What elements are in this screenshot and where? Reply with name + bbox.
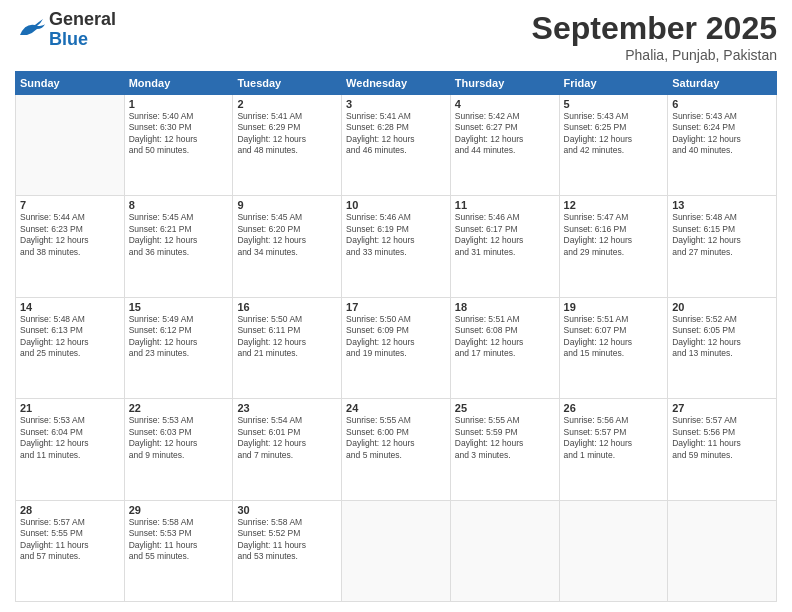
day-number: 27 <box>672 402 772 414</box>
table-row: 28Sunrise: 5:57 AM Sunset: 5:55 PM Dayli… <box>16 500 125 601</box>
col-friday: Friday <box>559 72 668 95</box>
table-row: 12Sunrise: 5:47 AM Sunset: 6:16 PM Dayli… <box>559 196 668 297</box>
calendar-week-row: 7Sunrise: 5:44 AM Sunset: 6:23 PM Daylig… <box>16 196 777 297</box>
header: General Blue September 2025 Phalia, Punj… <box>15 10 777 63</box>
day-number: 24 <box>346 402 446 414</box>
location-title: Phalia, Punjab, Pakistan <box>532 47 777 63</box>
day-info: Sunrise: 5:58 AM Sunset: 5:53 PM Dayligh… <box>129 517 229 563</box>
day-number: 15 <box>129 301 229 313</box>
day-info: Sunrise: 5:56 AM Sunset: 5:57 PM Dayligh… <box>564 415 664 461</box>
table-row: 5Sunrise: 5:43 AM Sunset: 6:25 PM Daylig… <box>559 95 668 196</box>
table-row: 26Sunrise: 5:56 AM Sunset: 5:57 PM Dayli… <box>559 399 668 500</box>
table-row <box>450 500 559 601</box>
day-number: 19 <box>564 301 664 313</box>
calendar-week-row: 14Sunrise: 5:48 AM Sunset: 6:13 PM Dayli… <box>16 297 777 398</box>
day-info: Sunrise: 5:58 AM Sunset: 5:52 PM Dayligh… <box>237 517 337 563</box>
day-number: 5 <box>564 98 664 110</box>
table-row <box>559 500 668 601</box>
day-number: 12 <box>564 199 664 211</box>
logo-bird-icon <box>15 15 45 45</box>
table-row: 13Sunrise: 5:48 AM Sunset: 6:15 PM Dayli… <box>668 196 777 297</box>
table-row: 30Sunrise: 5:58 AM Sunset: 5:52 PM Dayli… <box>233 500 342 601</box>
day-number: 9 <box>237 199 337 211</box>
day-number: 25 <box>455 402 555 414</box>
day-number: 23 <box>237 402 337 414</box>
calendar-header-row: Sunday Monday Tuesday Wednesday Thursday… <box>16 72 777 95</box>
day-number: 16 <box>237 301 337 313</box>
day-info: Sunrise: 5:46 AM Sunset: 6:17 PM Dayligh… <box>455 212 555 258</box>
day-number: 11 <box>455 199 555 211</box>
day-info: Sunrise: 5:45 AM Sunset: 6:20 PM Dayligh… <box>237 212 337 258</box>
col-sunday: Sunday <box>16 72 125 95</box>
day-number: 20 <box>672 301 772 313</box>
day-info: Sunrise: 5:53 AM Sunset: 6:03 PM Dayligh… <box>129 415 229 461</box>
day-number: 18 <box>455 301 555 313</box>
day-number: 21 <box>20 402 120 414</box>
table-row: 23Sunrise: 5:54 AM Sunset: 6:01 PM Dayli… <box>233 399 342 500</box>
title-section: September 2025 Phalia, Punjab, Pakistan <box>532 10 777 63</box>
day-info: Sunrise: 5:41 AM Sunset: 6:28 PM Dayligh… <box>346 111 446 157</box>
table-row: 10Sunrise: 5:46 AM Sunset: 6:19 PM Dayli… <box>342 196 451 297</box>
day-number: 4 <box>455 98 555 110</box>
day-info: Sunrise: 5:52 AM Sunset: 6:05 PM Dayligh… <box>672 314 772 360</box>
table-row: 19Sunrise: 5:51 AM Sunset: 6:07 PM Dayli… <box>559 297 668 398</box>
day-info: Sunrise: 5:50 AM Sunset: 6:11 PM Dayligh… <box>237 314 337 360</box>
col-wednesday: Wednesday <box>342 72 451 95</box>
col-monday: Monday <box>124 72 233 95</box>
col-thursday: Thursday <box>450 72 559 95</box>
day-info: Sunrise: 5:48 AM Sunset: 6:13 PM Dayligh… <box>20 314 120 360</box>
day-info: Sunrise: 5:57 AM Sunset: 5:55 PM Dayligh… <box>20 517 120 563</box>
logo-general: General <box>49 10 116 30</box>
col-saturday: Saturday <box>668 72 777 95</box>
day-info: Sunrise: 5:57 AM Sunset: 5:56 PM Dayligh… <box>672 415 772 461</box>
day-info: Sunrise: 5:54 AM Sunset: 6:01 PM Dayligh… <box>237 415 337 461</box>
table-row: 9Sunrise: 5:45 AM Sunset: 6:20 PM Daylig… <box>233 196 342 297</box>
day-info: Sunrise: 5:40 AM Sunset: 6:30 PM Dayligh… <box>129 111 229 157</box>
day-number: 30 <box>237 504 337 516</box>
day-info: Sunrise: 5:55 AM Sunset: 6:00 PM Dayligh… <box>346 415 446 461</box>
day-info: Sunrise: 5:55 AM Sunset: 5:59 PM Dayligh… <box>455 415 555 461</box>
day-number: 22 <box>129 402 229 414</box>
calendar-table: Sunday Monday Tuesday Wednesday Thursday… <box>15 71 777 602</box>
day-number: 2 <box>237 98 337 110</box>
table-row: 21Sunrise: 5:53 AM Sunset: 6:04 PM Dayli… <box>16 399 125 500</box>
col-tuesday: Tuesday <box>233 72 342 95</box>
day-number: 6 <box>672 98 772 110</box>
table-row: 25Sunrise: 5:55 AM Sunset: 5:59 PM Dayli… <box>450 399 559 500</box>
table-row: 27Sunrise: 5:57 AM Sunset: 5:56 PM Dayli… <box>668 399 777 500</box>
table-row <box>668 500 777 601</box>
calendar-week-row: 1Sunrise: 5:40 AM Sunset: 6:30 PM Daylig… <box>16 95 777 196</box>
day-number: 3 <box>346 98 446 110</box>
day-number: 17 <box>346 301 446 313</box>
day-info: Sunrise: 5:46 AM Sunset: 6:19 PM Dayligh… <box>346 212 446 258</box>
table-row: 24Sunrise: 5:55 AM Sunset: 6:00 PM Dayli… <box>342 399 451 500</box>
day-info: Sunrise: 5:41 AM Sunset: 6:29 PM Dayligh… <box>237 111 337 157</box>
day-info: Sunrise: 5:47 AM Sunset: 6:16 PM Dayligh… <box>564 212 664 258</box>
table-row: 29Sunrise: 5:58 AM Sunset: 5:53 PM Dayli… <box>124 500 233 601</box>
day-info: Sunrise: 5:48 AM Sunset: 6:15 PM Dayligh… <box>672 212 772 258</box>
day-info: Sunrise: 5:45 AM Sunset: 6:21 PM Dayligh… <box>129 212 229 258</box>
table-row: 7Sunrise: 5:44 AM Sunset: 6:23 PM Daylig… <box>16 196 125 297</box>
table-row: 4Sunrise: 5:42 AM Sunset: 6:27 PM Daylig… <box>450 95 559 196</box>
day-number: 26 <box>564 402 664 414</box>
logo-blue: Blue <box>49 30 116 50</box>
day-info: Sunrise: 5:53 AM Sunset: 6:04 PM Dayligh… <box>20 415 120 461</box>
day-info: Sunrise: 5:49 AM Sunset: 6:12 PM Dayligh… <box>129 314 229 360</box>
table-row: 11Sunrise: 5:46 AM Sunset: 6:17 PM Dayli… <box>450 196 559 297</box>
table-row: 16Sunrise: 5:50 AM Sunset: 6:11 PM Dayli… <box>233 297 342 398</box>
logo: General Blue <box>15 10 116 50</box>
table-row: 17Sunrise: 5:50 AM Sunset: 6:09 PM Dayli… <box>342 297 451 398</box>
table-row: 14Sunrise: 5:48 AM Sunset: 6:13 PM Dayli… <box>16 297 125 398</box>
day-info: Sunrise: 5:42 AM Sunset: 6:27 PM Dayligh… <box>455 111 555 157</box>
table-row: 20Sunrise: 5:52 AM Sunset: 6:05 PM Dayli… <box>668 297 777 398</box>
day-number: 29 <box>129 504 229 516</box>
day-number: 7 <box>20 199 120 211</box>
day-info: Sunrise: 5:51 AM Sunset: 6:07 PM Dayligh… <box>564 314 664 360</box>
calendar-week-row: 21Sunrise: 5:53 AM Sunset: 6:04 PM Dayli… <box>16 399 777 500</box>
table-row: 8Sunrise: 5:45 AM Sunset: 6:21 PM Daylig… <box>124 196 233 297</box>
table-row: 22Sunrise: 5:53 AM Sunset: 6:03 PM Dayli… <box>124 399 233 500</box>
day-number: 1 <box>129 98 229 110</box>
day-number: 14 <box>20 301 120 313</box>
table-row <box>342 500 451 601</box>
day-info: Sunrise: 5:43 AM Sunset: 6:24 PM Dayligh… <box>672 111 772 157</box>
